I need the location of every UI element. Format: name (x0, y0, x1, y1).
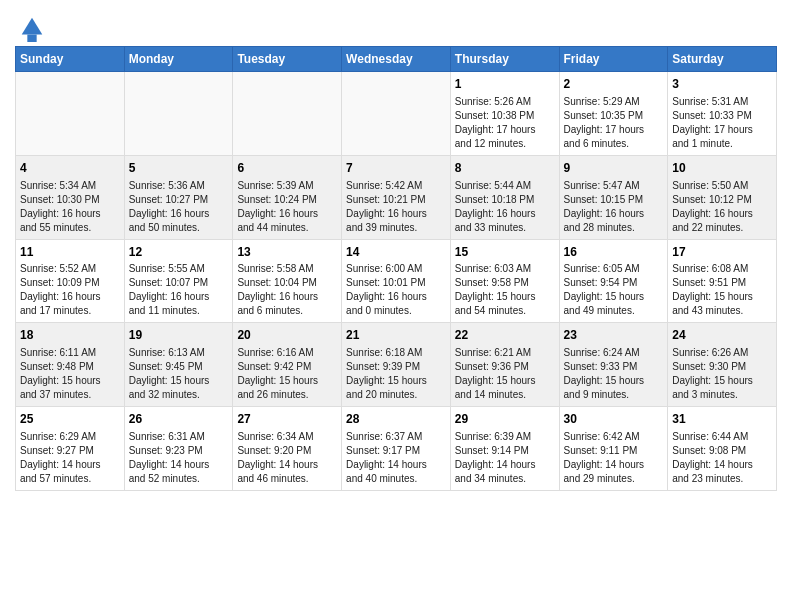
calendar-cell-week5-day7: 31Sunrise: 6:44 AMSunset: 9:08 PMDayligh… (668, 407, 777, 491)
calendar-cell-week4-day5: 22Sunrise: 6:21 AMSunset: 9:36 PMDayligh… (450, 323, 559, 407)
calendar-cell-week2-day7: 10Sunrise: 5:50 AMSunset: 10:12 PMDaylig… (668, 155, 777, 239)
calendar-cell-week3-day4: 14Sunrise: 6:00 AMSunset: 10:01 PMDaylig… (342, 239, 451, 323)
day-content: Sunrise: 5:26 AMSunset: 10:38 PMDaylight… (455, 95, 555, 151)
day-content: Sunrise: 5:34 AMSunset: 10:30 PMDaylight… (20, 179, 120, 235)
day-content: Sunrise: 5:39 AMSunset: 10:24 PMDaylight… (237, 179, 337, 235)
day-number: 1 (455, 76, 555, 93)
day-content: Sunrise: 6:37 AMSunset: 9:17 PMDaylight:… (346, 430, 446, 486)
logo-icon (18, 14, 46, 42)
weekday-header-monday: Monday (124, 47, 233, 72)
day-content: Sunrise: 6:11 AMSunset: 9:48 PMDaylight:… (20, 346, 120, 402)
week-row-2: 4Sunrise: 5:34 AMSunset: 10:30 PMDayligh… (16, 155, 777, 239)
day-content: Sunrise: 6:26 AMSunset: 9:30 PMDaylight:… (672, 346, 772, 402)
calendar-cell-week3-day1: 11Sunrise: 5:52 AMSunset: 10:09 PMDaylig… (16, 239, 125, 323)
weekday-header-friday: Friday (559, 47, 668, 72)
week-row-3: 11Sunrise: 5:52 AMSunset: 10:09 PMDaylig… (16, 239, 777, 323)
weekday-header-row: SundayMondayTuesdayWednesdayThursdayFrid… (16, 47, 777, 72)
day-content: Sunrise: 5:44 AMSunset: 10:18 PMDaylight… (455, 179, 555, 235)
day-number: 25 (20, 411, 120, 428)
day-number: 18 (20, 327, 120, 344)
day-content: Sunrise: 6:42 AMSunset: 9:11 PMDaylight:… (564, 430, 664, 486)
day-number: 14 (346, 244, 446, 261)
day-content: Sunrise: 6:03 AMSunset: 9:58 PMDaylight:… (455, 262, 555, 318)
calendar-cell-week2-day3: 6Sunrise: 5:39 AMSunset: 10:24 PMDayligh… (233, 155, 342, 239)
calendar-cell-week4-day6: 23Sunrise: 6:24 AMSunset: 9:33 PMDayligh… (559, 323, 668, 407)
calendar-cell-week3-day3: 13Sunrise: 5:58 AMSunset: 10:04 PMDaylig… (233, 239, 342, 323)
day-number: 23 (564, 327, 664, 344)
day-number: 21 (346, 327, 446, 344)
day-number: 22 (455, 327, 555, 344)
day-number: 8 (455, 160, 555, 177)
day-number: 7 (346, 160, 446, 177)
week-row-1: 1Sunrise: 5:26 AMSunset: 10:38 PMDayligh… (16, 72, 777, 156)
weekday-header-thursday: Thursday (450, 47, 559, 72)
day-number: 27 (237, 411, 337, 428)
calendar-cell-week4-day4: 21Sunrise: 6:18 AMSunset: 9:39 PMDayligh… (342, 323, 451, 407)
weekday-header-saturday: Saturday (668, 47, 777, 72)
day-number: 4 (20, 160, 120, 177)
day-content: Sunrise: 6:29 AMSunset: 9:27 PMDaylight:… (20, 430, 120, 486)
svg-marker-0 (22, 18, 43, 35)
calendar-cell-week5-day5: 29Sunrise: 6:39 AMSunset: 9:14 PMDayligh… (450, 407, 559, 491)
calendar-cell-week3-day7: 17Sunrise: 6:08 AMSunset: 9:51 PMDayligh… (668, 239, 777, 323)
day-content: Sunrise: 6:21 AMSunset: 9:36 PMDaylight:… (455, 346, 555, 402)
week-row-5: 25Sunrise: 6:29 AMSunset: 9:27 PMDayligh… (16, 407, 777, 491)
calendar-cell-week4-day1: 18Sunrise: 6:11 AMSunset: 9:48 PMDayligh… (16, 323, 125, 407)
logo-text (15, 14, 46, 38)
day-content: Sunrise: 6:13 AMSunset: 9:45 PMDaylight:… (129, 346, 229, 402)
calendar-cell-week2-day6: 9Sunrise: 5:47 AMSunset: 10:15 PMDayligh… (559, 155, 668, 239)
calendar-cell-week4-day2: 19Sunrise: 6:13 AMSunset: 9:45 PMDayligh… (124, 323, 233, 407)
day-number: 13 (237, 244, 337, 261)
calendar-cell-week2-day4: 7Sunrise: 5:42 AMSunset: 10:21 PMDayligh… (342, 155, 451, 239)
calendar-cell-week1-day7: 3Sunrise: 5:31 AMSunset: 10:33 PMDayligh… (668, 72, 777, 156)
calendar-cell-week1-day2 (124, 72, 233, 156)
calendar-cell-week5-day3: 27Sunrise: 6:34 AMSunset: 9:20 PMDayligh… (233, 407, 342, 491)
day-number: 5 (129, 160, 229, 177)
day-content: Sunrise: 6:08 AMSunset: 9:51 PMDaylight:… (672, 262, 772, 318)
day-content: Sunrise: 5:47 AMSunset: 10:15 PMDaylight… (564, 179, 664, 235)
day-content: Sunrise: 6:00 AMSunset: 10:01 PMDaylight… (346, 262, 446, 318)
day-number: 20 (237, 327, 337, 344)
day-content: Sunrise: 6:18 AMSunset: 9:39 PMDaylight:… (346, 346, 446, 402)
calendar-cell-week3-day2: 12Sunrise: 5:55 AMSunset: 10:07 PMDaylig… (124, 239, 233, 323)
logo (15, 14, 46, 38)
weekday-header-wednesday: Wednesday (342, 47, 451, 72)
day-number: 31 (672, 411, 772, 428)
calendar-cell-week5-day2: 26Sunrise: 6:31 AMSunset: 9:23 PMDayligh… (124, 407, 233, 491)
day-content: Sunrise: 6:39 AMSunset: 9:14 PMDaylight:… (455, 430, 555, 486)
calendar-cell-week3-day6: 16Sunrise: 6:05 AMSunset: 9:54 PMDayligh… (559, 239, 668, 323)
day-number: 24 (672, 327, 772, 344)
day-content: Sunrise: 5:52 AMSunset: 10:09 PMDaylight… (20, 262, 120, 318)
day-number: 9 (564, 160, 664, 177)
day-number: 16 (564, 244, 664, 261)
day-number: 2 (564, 76, 664, 93)
day-number: 28 (346, 411, 446, 428)
calendar-cell-week2-day1: 4Sunrise: 5:34 AMSunset: 10:30 PMDayligh… (16, 155, 125, 239)
week-row-4: 18Sunrise: 6:11 AMSunset: 9:48 PMDayligh… (16, 323, 777, 407)
day-content: Sunrise: 5:55 AMSunset: 10:07 PMDaylight… (129, 262, 229, 318)
day-number: 19 (129, 327, 229, 344)
day-number: 29 (455, 411, 555, 428)
day-number: 30 (564, 411, 664, 428)
weekday-header-sunday: Sunday (16, 47, 125, 72)
day-content: Sunrise: 6:31 AMSunset: 9:23 PMDaylight:… (129, 430, 229, 486)
header (15, 10, 777, 38)
day-number: 12 (129, 244, 229, 261)
day-number: 15 (455, 244, 555, 261)
day-number: 6 (237, 160, 337, 177)
day-number: 10 (672, 160, 772, 177)
svg-marker-1 (27, 35, 36, 42)
calendar-cell-week3-day5: 15Sunrise: 6:03 AMSunset: 9:58 PMDayligh… (450, 239, 559, 323)
day-content: Sunrise: 5:29 AMSunset: 10:35 PMDaylight… (564, 95, 664, 151)
calendar-cell-week1-day3 (233, 72, 342, 156)
calendar-cell-week1-day1 (16, 72, 125, 156)
calendar-cell-week5-day6: 30Sunrise: 6:42 AMSunset: 9:11 PMDayligh… (559, 407, 668, 491)
day-number: 11 (20, 244, 120, 261)
day-content: Sunrise: 6:34 AMSunset: 9:20 PMDaylight:… (237, 430, 337, 486)
day-content: Sunrise: 5:50 AMSunset: 10:12 PMDaylight… (672, 179, 772, 235)
day-content: Sunrise: 6:16 AMSunset: 9:42 PMDaylight:… (237, 346, 337, 402)
day-content: Sunrise: 5:42 AMSunset: 10:21 PMDaylight… (346, 179, 446, 235)
calendar-page: SundayMondayTuesdayWednesdayThursdayFrid… (0, 0, 792, 612)
calendar-cell-week1-day5: 1Sunrise: 5:26 AMSunset: 10:38 PMDayligh… (450, 72, 559, 156)
calendar-cell-week4-day3: 20Sunrise: 6:16 AMSunset: 9:42 PMDayligh… (233, 323, 342, 407)
